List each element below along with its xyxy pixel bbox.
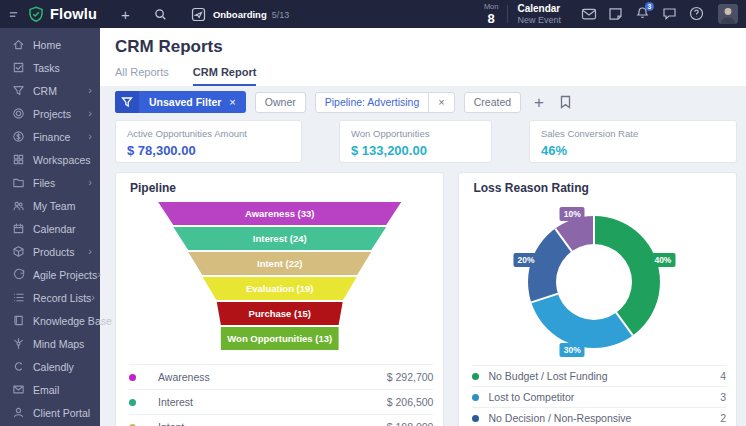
sidebar-item-label: Email [33, 384, 59, 396]
funnel-stage-intent: Intent (22) [129, 252, 431, 275]
loss-reason-chart-title: Loss Reason Rating [473, 181, 722, 195]
search-icon[interactable] [154, 8, 167, 21]
donut-chart: 40%30%20%10% [459, 201, 736, 365]
chat-icon[interactable] [656, 7, 683, 21]
flowlu-logo[interactable]: Flowlu [28, 6, 97, 23]
kpi-value: 46% [541, 143, 725, 158]
chip-pipeline-advertising[interactable]: Pipeline: Advertising × [315, 92, 455, 113]
top-bar: Flowlu + Onboarding 5/13 Mon 8 Calendar … [0, 0, 746, 28]
calendar-title: Calendar [517, 3, 561, 15]
sidebar-item-crm[interactable]: CRM› [0, 79, 100, 102]
sidebar-item-calendly[interactable]: Calendly [0, 355, 100, 378]
day-name: Mon [484, 3, 499, 11]
client-portal-icon [12, 406, 25, 419]
mail-icon[interactable] [575, 7, 602, 21]
legend-value: $ 292,700 [387, 371, 434, 383]
sidebar-item-client-portal[interactable]: Client Portal [0, 401, 100, 424]
main-area: CRM Reports All Reports CRM Report Unsav… [100, 28, 746, 426]
date-widget[interactable]: Mon 8 [484, 3, 499, 25]
home-icon [12, 38, 25, 51]
logo-text: Flowlu [50, 6, 97, 22]
calendar-quick-panel[interactable]: Calendar New Event [517, 3, 561, 26]
sidebar: HomeTasksCRM›Projects›Finance›Workspaces… [0, 28, 100, 426]
sidebar-item-label: Record Lists [33, 292, 91, 304]
legend-label: Awareness [158, 371, 210, 383]
filter-bar: Unsaved Filter × Owner Pipeline: Adverti… [115, 91, 737, 113]
sidebar-item-mind-maps[interactable]: Mind Maps [0, 332, 100, 355]
add-filter-icon[interactable]: + [534, 94, 544, 111]
legend-row-awareness: Awareness$ 292,700 [129, 364, 433, 389]
onboarding-icon [191, 7, 206, 22]
tab-crm-report[interactable]: CRM Report [193, 66, 257, 86]
unsaved-filter-button[interactable]: Unsaved Filter × [115, 91, 246, 113]
tab-all-reports[interactable]: All Reports [115, 66, 169, 86]
record-lists-icon [12, 291, 25, 304]
workspaces-icon [12, 153, 25, 166]
slice-percent-label: 40% [650, 253, 675, 267]
donut-ring [528, 216, 660, 348]
new-event-link: New Event [517, 15, 561, 26]
sidebar-item-record-lists[interactable]: Record Lists› [0, 286, 100, 309]
legend-dot [129, 374, 136, 381]
chip-pipeline-close-icon[interactable]: × [428, 93, 453, 112]
onboarding-count: 5/13 [272, 10, 290, 20]
products-icon [12, 245, 25, 258]
kpi-value: $ 133,200.00 [351, 143, 480, 158]
sidebar-item-email[interactable]: Email [0, 378, 100, 401]
bookmark-icon[interactable] [560, 95, 571, 109]
loss-reason-chart-card: Loss Reason Rating 40%30%20%10% No Budge… [458, 172, 737, 426]
pipeline-chart-title: Pipeline [130, 181, 429, 195]
sidebar-item-calendar[interactable]: Calendar [0, 217, 100, 240]
kpi-label: Won Opportunities [351, 128, 480, 139]
sidebar-item-label: Calendar [33, 223, 76, 235]
crm-icon [12, 84, 25, 97]
notes-icon[interactable] [602, 7, 629, 21]
user-avatar[interactable] [718, 4, 738, 24]
sidebar-item-label: Calendly [33, 361, 74, 373]
notification-badge: 3 [645, 2, 654, 11]
sidebar-item-my-team[interactable]: My Team [0, 194, 100, 217]
sidebar-item-label: Files [33, 177, 55, 189]
help-icon[interactable] [683, 6, 710, 21]
sidebar-item-tasks[interactable]: Tasks [0, 56, 100, 79]
sidebar-item-home[interactable]: Home [0, 33, 100, 56]
filter-funnel-icon[interactable] [115, 91, 139, 113]
notifications-bell-icon[interactable]: 3 [629, 6, 656, 21]
knowledge-base-icon [12, 314, 25, 327]
projects-icon [12, 107, 25, 120]
sidebar-item-label: Tasks [33, 62, 60, 74]
legend-label: Intent [158, 421, 184, 426]
menu-icon[interactable] [8, 9, 19, 20]
sidebar-item-finance[interactable]: Finance› [0, 125, 100, 148]
sidebar-item-label: Home [33, 39, 61, 51]
kpi-value: $ 78,300.00 [127, 143, 290, 158]
legend-label: Lost to Competitor [488, 391, 574, 403]
sidebar-item-knowledge-base[interactable]: Knowledge Base [0, 309, 100, 332]
legend-row-no-decision-non-responsive: No Decision / Non-Responsive2 [472, 407, 726, 426]
pipeline-chart-card: Pipeline Awareness (33)Interest (24)Inte… [115, 172, 444, 426]
legend-value: $ 206,500 [387, 396, 434, 408]
pipeline-legend: Awareness$ 292,700Interest$ 206,500Inten… [116, 364, 443, 426]
sidebar-item-projects[interactable]: Projects› [0, 102, 100, 125]
shield-check-icon [28, 6, 44, 23]
chip-created-label: Created [465, 93, 520, 112]
legend-label: Interest [158, 396, 193, 408]
sidebar-item-workspaces[interactable]: Workspaces [0, 148, 100, 171]
sidebar-item-products[interactable]: Products› [0, 240, 100, 263]
sidebar-item-files[interactable]: Files› [0, 171, 100, 194]
legend-dot [472, 415, 479, 422]
chip-created[interactable]: Created [464, 92, 521, 113]
charts-row: Pipeline Awareness (33)Interest (24)Inte… [115, 172, 737, 426]
kpi-card-won-opportunities: Won Opportunities$ 133,200.00 [339, 120, 492, 163]
onboarding-progress[interactable]: Onboarding 5/13 [191, 7, 289, 22]
chevron-right-icon: › [88, 246, 92, 257]
chevron-right-icon: › [88, 177, 92, 188]
quick-add-icon[interactable]: + [121, 7, 130, 22]
chip-owner[interactable]: Owner [255, 92, 306, 113]
tasks-icon [12, 61, 25, 74]
filter-button-label: Unsaved Filter [149, 96, 221, 108]
donut-hole [556, 244, 632, 320]
sidebar-item-agile-projects[interactable]: Agile Projects› [0, 263, 100, 286]
filter-clear-icon[interactable]: × [229, 96, 235, 108]
chevron-right-icon: › [91, 292, 95, 303]
